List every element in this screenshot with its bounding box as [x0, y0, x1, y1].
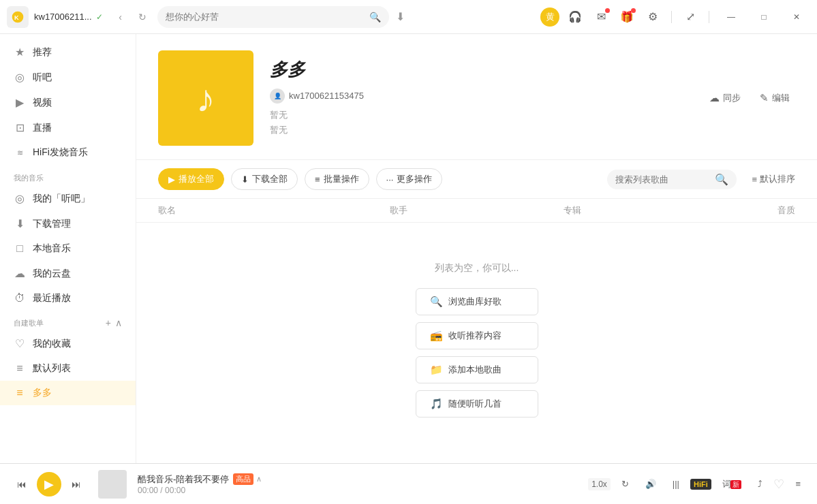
favorite-icon[interactable]: ♡: [773, 477, 784, 492]
playlist-cover: ♪: [158, 50, 253, 146]
sidebar-item-listen-bar[interactable]: ◎ 我的「听吧」: [0, 186, 136, 211]
random-listen-button[interactable]: 🎵 随便听听几首: [416, 390, 538, 418]
add-local-label: 添加本地歌曲: [448, 364, 502, 376]
browse-library-button[interactable]: 🔍 浏览曲库好歌: [416, 288, 538, 315]
sidebar-item-cloud[interactable]: ☁ 我的云盘: [0, 261, 136, 286]
sidebar-item-recommend[interactable]: ★ 推荐: [0, 40, 136, 65]
download-icon[interactable]: ⬇: [396, 10, 405, 23]
sidebar-item-listen[interactable]: ◎ 听吧: [0, 65, 136, 90]
playlist-name: 多多: [270, 58, 688, 82]
more-button[interactable]: ··· 更多操作: [376, 168, 443, 190]
sidebar-item-label: 我的「听吧」: [33, 193, 90, 205]
titlebar-verified: ✓: [96, 12, 103, 22]
sidebar-item-favorites[interactable]: ♡ 我的收藏: [0, 331, 136, 356]
nav-back-button[interactable]: ‹: [111, 7, 130, 27]
settings-icon[interactable]: ⚙: [643, 7, 663, 27]
search-icon[interactable]: 🔍: [369, 12, 381, 22]
new-badge: 新: [730, 480, 741, 489]
star-icon: ★: [14, 46, 26, 59]
sidebar-item-local[interactable]: □ 本地音乐: [0, 236, 136, 261]
random-listen-label: 随便听听几首: [448, 398, 502, 410]
empty-state-text: 列表为空，你可以...: [435, 262, 519, 274]
maximize-button[interactable]: □: [750, 7, 777, 27]
titlebar-username: kw17006211...: [34, 12, 92, 22]
batch-icon: ≡: [315, 174, 320, 185]
player-thumbnail: [98, 470, 127, 499]
content-area: ♪ 多多 👤 kw1700621153475 暂无 暂无 ☁ 同步: [136, 34, 817, 463]
sidebar-item-label: 听吧: [33, 72, 52, 84]
sort-icon: ≡: [752, 174, 757, 185]
player-title: 酷我音乐-陪着我不要停: [138, 473, 229, 486]
play-button[interactable]: ▶: [37, 472, 61, 497]
share-icon[interactable]: ⤴: [752, 476, 768, 492]
sidebar-item-recent[interactable]: ⏱ 最近播放: [0, 286, 136, 311]
sidebar-item-label: 最近播放: [33, 292, 71, 304]
titlebar-search-bar[interactable]: 🔍: [157, 6, 389, 28]
user-avatar[interactable]: 黄: [540, 7, 559, 27]
lyrics-icon[interactable]: 词 新: [717, 475, 747, 493]
music-icon: 🎵: [430, 398, 443, 410]
batch-button[interactable]: ≡ 批量操作: [305, 168, 369, 190]
local-icon: □: [14, 242, 26, 255]
add-local-button[interactable]: 📁 添加本地歌曲: [416, 356, 538, 383]
sidebar-item-label: 下载管理: [33, 218, 71, 230]
sidebar-item-duoduo[interactable]: ≡ 多多: [0, 381, 136, 405]
search-icon[interactable]: 🔍: [715, 173, 728, 186]
expand-icon[interactable]: ⤢: [680, 7, 700, 27]
sidebar-item-label: 视频: [33, 97, 52, 109]
playlist-section-header: 自建歌单 + ∧: [0, 311, 136, 331]
sort-button[interactable]: ≡ 默认排序: [752, 173, 795, 185]
minimize-button[interactable]: —: [718, 7, 745, 27]
mail-icon[interactable]: ✉: [591, 7, 611, 27]
search-input[interactable]: [166, 12, 369, 22]
sidebar-item-label: 默认列表: [33, 362, 71, 375]
playlist-search-input[interactable]: [615, 174, 711, 185]
playlist-toggle-icon[interactable]: ≡: [790, 476, 806, 492]
titlebar-right-controls: 黄 🎧 ✉ 🎁 ⚙ ⤢ — □ ✕: [540, 7, 810, 27]
nav-refresh-button[interactable]: ↻: [133, 7, 152, 27]
speed-badge[interactable]: 1.0x: [588, 478, 611, 490]
listen-icon: ◎: [14, 71, 26, 84]
hifi-badge[interactable]: HiFi: [690, 479, 711, 490]
duoduo-list-icon: ≡: [14, 387, 26, 399]
headphone-icon[interactable]: 🎧: [565, 7, 585, 27]
download-icon: ⬇: [241, 174, 249, 185]
edit-button[interactable]: ✎ 编辑: [754, 89, 795, 107]
sidebar-item-download[interactable]: ⬇ 下载管理: [0, 211, 136, 236]
sidebar-item-label: 多多: [33, 387, 52, 399]
equalizer-icon[interactable]: |||: [667, 476, 685, 492]
sidebar-item-video[interactable]: ▶ 视频: [0, 90, 136, 115]
download-all-button[interactable]: ⬇ 下载全部: [231, 168, 298, 190]
volume-icon[interactable]: 🔊: [640, 476, 662, 492]
video-icon: ▶: [14, 96, 26, 109]
music-note-icon: ♪: [196, 76, 215, 121]
sidebar-item-live[interactable]: ⊡ 直播: [0, 115, 136, 140]
loop-icon[interactable]: ↻: [616, 476, 634, 492]
player-right-controls: 1.0x ↻ 🔊 ||| HiFi 词 新 ⤴ ♡ ≡: [588, 475, 806, 493]
next-button[interactable]: ⏭: [65, 473, 87, 495]
listen-recommend-button[interactable]: 📻 收听推荐内容: [416, 322, 538, 349]
cloud-sync-icon: ☁: [709, 92, 720, 104]
player-quality-badge: 高品: [233, 473, 253, 485]
sidebar-item-hifi[interactable]: ≋ HiFi发烧音乐: [0, 140, 136, 165]
listen-bar-icon: ◎: [14, 192, 26, 205]
browse-library-label: 浏览曲库好歌: [448, 296, 502, 308]
close-button[interactable]: ✕: [783, 7, 810, 27]
sidebar-item-default-list[interactable]: ≡ 默认列表: [0, 356, 136, 381]
profile-header: ♪ 多多 👤 kw1700621153475 暂无 暂无 ☁ 同步: [136, 34, 817, 160]
divider: [671, 11, 672, 23]
col-artist-header: 歌手: [390, 204, 564, 217]
sync-button[interactable]: ☁ 同步: [704, 89, 746, 107]
profile-username: kw1700621153475: [289, 91, 364, 101]
playlist-section-title: 自建歌单: [14, 318, 44, 328]
folder-icon: 📁: [430, 364, 443, 376]
cloud-icon: ☁: [14, 267, 26, 280]
collapse-playlist-button[interactable]: ∧: [115, 317, 122, 328]
play-all-button[interactable]: ▶ 播放全部: [158, 168, 224, 190]
add-playlist-button[interactable]: +: [106, 317, 111, 328]
playlist-search[interactable]: 🔍: [607, 170, 737, 189]
prev-button[interactable]: ⏮: [11, 473, 33, 495]
live-icon: ⊡: [14, 121, 26, 134]
search-library-icon: 🔍: [430, 296, 443, 308]
gift-icon[interactable]: 🎁: [617, 7, 637, 27]
